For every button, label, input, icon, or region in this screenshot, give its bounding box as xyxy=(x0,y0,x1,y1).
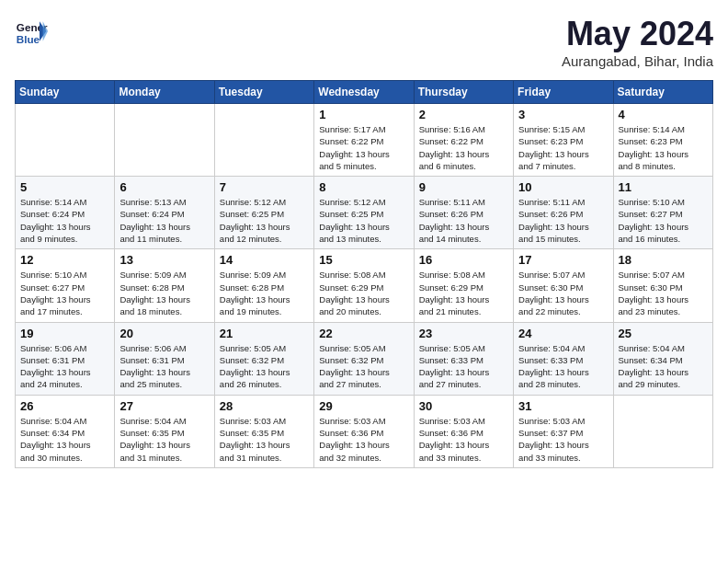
day-number: 19 xyxy=(20,327,109,340)
day-info: Sunrise: 5:03 AMSunset: 6:37 PMDaylight:… xyxy=(518,415,608,464)
day-number: 11 xyxy=(619,180,708,194)
logo: General Blue xyxy=(15,15,48,48)
day-number: 20 xyxy=(119,327,209,340)
day-info: Sunrise: 5:05 AMSunset: 6:33 PMDaylight:… xyxy=(419,342,508,391)
weekday-header-row: SundayMondayTuesdayWednesdayThursdayFrid… xyxy=(16,81,713,104)
day-number: 21 xyxy=(220,327,309,340)
weekday-header: Friday xyxy=(514,81,613,104)
day-number: 30 xyxy=(419,399,508,413)
svg-text:Blue: Blue xyxy=(17,33,40,45)
day-number: 17 xyxy=(518,253,608,267)
calendar-cell xyxy=(214,104,313,177)
day-info: Sunrise: 5:05 AMSunset: 6:32 PMDaylight:… xyxy=(220,342,309,391)
calendar-cell: 9Sunrise: 5:11 AMSunset: 6:26 PMDaylight… xyxy=(414,177,513,249)
calendar-cell: 24Sunrise: 5:04 AMSunset: 6:33 PMDayligh… xyxy=(514,322,613,395)
calendar-cell: 12Sunrise: 5:10 AMSunset: 6:27 PMDayligh… xyxy=(16,249,115,322)
day-number: 23 xyxy=(419,327,508,340)
day-number: 9 xyxy=(419,180,508,194)
calendar-cell: 28Sunrise: 5:03 AMSunset: 6:35 PMDayligh… xyxy=(214,395,313,467)
day-info: Sunrise: 5:04 AMSunset: 6:34 PMDaylight:… xyxy=(619,342,708,391)
calendar-cell: 6Sunrise: 5:13 AMSunset: 6:24 PMDaylight… xyxy=(115,177,214,249)
day-number: 28 xyxy=(220,399,309,413)
day-info: Sunrise: 5:04 AMSunset: 6:33 PMDaylight:… xyxy=(518,342,608,391)
calendar-cell: 10Sunrise: 5:11 AMSunset: 6:26 PMDayligh… xyxy=(514,177,613,249)
day-info: Sunrise: 5:11 AMSunset: 6:26 PMDaylight:… xyxy=(419,196,508,245)
day-number: 18 xyxy=(619,253,708,267)
day-info: Sunrise: 5:03 AMSunset: 6:35 PMDaylight:… xyxy=(220,415,309,464)
calendar-cell xyxy=(16,104,115,177)
calendar-cell: 11Sunrise: 5:10 AMSunset: 6:27 PMDayligh… xyxy=(613,177,712,249)
calendar-cell: 14Sunrise: 5:09 AMSunset: 6:28 PMDayligh… xyxy=(214,249,313,322)
day-number: 8 xyxy=(319,180,408,194)
day-info: Sunrise: 5:08 AMSunset: 6:29 PMDaylight:… xyxy=(419,269,508,317)
day-info: Sunrise: 5:12 AMSunset: 6:25 PMDaylight:… xyxy=(319,196,408,245)
calendar-cell: 2Sunrise: 5:16 AMSunset: 6:22 PMDaylight… xyxy=(414,104,513,177)
day-number: 4 xyxy=(619,108,708,121)
day-number: 22 xyxy=(319,327,408,340)
calendar-cell: 25Sunrise: 5:04 AMSunset: 6:34 PMDayligh… xyxy=(613,322,712,395)
day-info: Sunrise: 5:04 AMSunset: 6:35 PMDaylight:… xyxy=(119,415,209,464)
title-area: May 2024 Aurangabad, Bihar, India xyxy=(562,15,713,69)
calendar-cell: 5Sunrise: 5:14 AMSunset: 6:24 PMDaylight… xyxy=(16,177,115,249)
day-info: Sunrise: 5:07 AMSunset: 6:30 PMDaylight:… xyxy=(619,269,708,317)
day-info: Sunrise: 5:13 AMSunset: 6:24 PMDaylight:… xyxy=(119,196,209,245)
weekday-header: Saturday xyxy=(613,81,712,104)
calendar-cell: 4Sunrise: 5:14 AMSunset: 6:23 PMDaylight… xyxy=(613,104,712,177)
page-header: General Blue May 2024 Aurangabad, Bihar,… xyxy=(15,15,713,69)
logo-icon: General Blue xyxy=(15,15,48,48)
calendar-cell: 19Sunrise: 5:06 AMSunset: 6:31 PMDayligh… xyxy=(16,322,115,395)
day-number: 16 xyxy=(419,253,508,267)
day-info: Sunrise: 5:08 AMSunset: 6:29 PMDaylight:… xyxy=(319,269,408,317)
calendar-cell: 8Sunrise: 5:12 AMSunset: 6:25 PMDaylight… xyxy=(314,177,414,249)
day-info: Sunrise: 5:10 AMSunset: 6:27 PMDaylight:… xyxy=(20,269,109,317)
day-number: 27 xyxy=(119,399,209,413)
day-number: 6 xyxy=(119,180,209,194)
calendar-cell: 20Sunrise: 5:06 AMSunset: 6:31 PMDayligh… xyxy=(115,322,214,395)
day-number: 24 xyxy=(518,327,608,340)
weekday-header: Tuesday xyxy=(214,81,313,104)
weekday-header: Thursday xyxy=(414,81,513,104)
calendar-cell: 22Sunrise: 5:05 AMSunset: 6:32 PMDayligh… xyxy=(314,322,414,395)
calendar-cell: 29Sunrise: 5:03 AMSunset: 6:36 PMDayligh… xyxy=(314,395,414,467)
calendar-cell: 3Sunrise: 5:15 AMSunset: 6:23 PMDaylight… xyxy=(514,104,613,177)
day-number: 7 xyxy=(220,180,309,194)
day-info: Sunrise: 5:16 AMSunset: 6:22 PMDaylight:… xyxy=(419,123,508,172)
day-number: 13 xyxy=(119,253,209,267)
month-title: May 2024 xyxy=(562,15,713,53)
day-number: 12 xyxy=(20,253,109,267)
day-info: Sunrise: 5:15 AMSunset: 6:23 PMDaylight:… xyxy=(518,123,608,172)
day-info: Sunrise: 5:09 AMSunset: 6:28 PMDaylight:… xyxy=(220,269,309,317)
day-info: Sunrise: 5:04 AMSunset: 6:34 PMDaylight:… xyxy=(20,415,109,464)
day-number: 5 xyxy=(20,180,109,194)
day-info: Sunrise: 5:11 AMSunset: 6:26 PMDaylight:… xyxy=(518,196,608,245)
day-info: Sunrise: 5:06 AMSunset: 6:31 PMDaylight:… xyxy=(20,342,109,391)
calendar-week-row: 26Sunrise: 5:04 AMSunset: 6:34 PMDayligh… xyxy=(16,395,713,467)
day-info: Sunrise: 5:14 AMSunset: 6:23 PMDaylight:… xyxy=(619,123,708,172)
calendar-week-row: 1Sunrise: 5:17 AMSunset: 6:22 PMDaylight… xyxy=(16,104,713,177)
weekday-header: Monday xyxy=(115,81,214,104)
calendar-cell: 17Sunrise: 5:07 AMSunset: 6:30 PMDayligh… xyxy=(514,249,613,322)
day-info: Sunrise: 5:03 AMSunset: 6:36 PMDaylight:… xyxy=(419,415,508,464)
calendar-week-row: 19Sunrise: 5:06 AMSunset: 6:31 PMDayligh… xyxy=(16,322,713,395)
day-number: 25 xyxy=(619,327,708,340)
day-number: 29 xyxy=(319,399,408,413)
calendar-cell: 16Sunrise: 5:08 AMSunset: 6:29 PMDayligh… xyxy=(414,249,513,322)
calendar-cell xyxy=(115,104,214,177)
calendar-cell: 21Sunrise: 5:05 AMSunset: 6:32 PMDayligh… xyxy=(214,322,313,395)
calendar-week-row: 5Sunrise: 5:14 AMSunset: 6:24 PMDaylight… xyxy=(16,177,713,249)
calendar-cell: 30Sunrise: 5:03 AMSunset: 6:36 PMDayligh… xyxy=(414,395,513,467)
day-info: Sunrise: 5:06 AMSunset: 6:31 PMDaylight:… xyxy=(119,342,209,391)
day-info: Sunrise: 5:17 AMSunset: 6:22 PMDaylight:… xyxy=(319,123,408,172)
calendar-week-row: 12Sunrise: 5:10 AMSunset: 6:27 PMDayligh… xyxy=(16,249,713,322)
day-number: 10 xyxy=(518,180,608,194)
day-info: Sunrise: 5:07 AMSunset: 6:30 PMDaylight:… xyxy=(518,269,608,317)
calendar-cell: 31Sunrise: 5:03 AMSunset: 6:37 PMDayligh… xyxy=(514,395,613,467)
calendar-cell: 27Sunrise: 5:04 AMSunset: 6:35 PMDayligh… xyxy=(115,395,214,467)
day-info: Sunrise: 5:12 AMSunset: 6:25 PMDaylight:… xyxy=(220,196,309,245)
calendar-cell: 7Sunrise: 5:12 AMSunset: 6:25 PMDaylight… xyxy=(214,177,313,249)
calendar-cell: 13Sunrise: 5:09 AMSunset: 6:28 PMDayligh… xyxy=(115,249,214,322)
day-number: 3 xyxy=(518,108,608,121)
day-number: 1 xyxy=(319,108,408,121)
calendar-cell: 1Sunrise: 5:17 AMSunset: 6:22 PMDaylight… xyxy=(314,104,414,177)
location: Aurangabad, Bihar, India xyxy=(562,53,713,69)
